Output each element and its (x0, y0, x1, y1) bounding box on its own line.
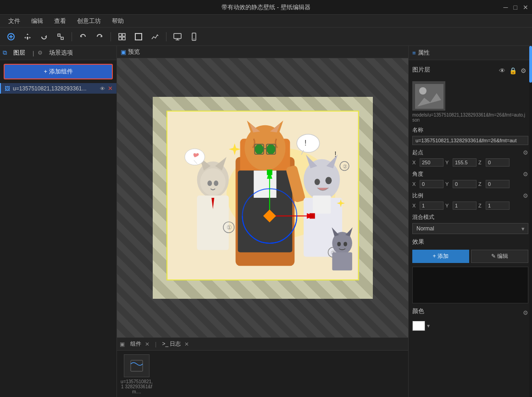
blend-label: 混合模式 (412, 213, 528, 221)
component-item[interactable]: u=1357510821,1 328293361&fm.... (121, 354, 153, 394)
tool-chart-icon[interactable] (148, 30, 162, 43)
menu-file[interactable]: 文件 (4, 16, 25, 27)
minimize-button[interactable]: ─ (504, 4, 508, 11)
add-effect-button[interactable]: + 添加 (412, 250, 469, 263)
left-panel-tabs: ⧉ 图层 | ⚙ 场景选项 (0, 46, 116, 60)
svg-rect-9 (122, 37, 125, 40)
tab-layers[interactable]: 图层 (10, 48, 29, 58)
blend-mode-select[interactable]: Normal (412, 223, 528, 234)
layer-visibility-icon[interactable]: 👁 (100, 86, 105, 91)
layer-item[interactable]: 🖼 u=1357510821,1328293361... 👁 ✕ (0, 83, 116, 94)
svg-point-59 (344, 242, 347, 246)
angle-x-input[interactable] (420, 180, 443, 188)
preview-tabs: ▣ 预览 (117, 46, 408, 58)
layer-name: u=1357510821,1328293361... (13, 85, 97, 92)
origin-y-input[interactable] (453, 158, 477, 167)
tab-components[interactable]: 组件 ✕ (127, 339, 153, 349)
close-button[interactable]: ✕ (523, 4, 528, 11)
color-swatch[interactable] (412, 321, 425, 331)
menu-help[interactable]: 帮助 (107, 16, 128, 27)
color-dropdown-icon[interactable]: ▾ (427, 323, 430, 329)
svg-rect-10 (135, 34, 142, 40)
color-header: 颜色 ⚙ (412, 307, 528, 318)
origin-settings-icon[interactable]: ⚙ (523, 149, 528, 156)
angle-section: 角度 ⚙ (412, 170, 528, 178)
svg-text:!: ! (334, 151, 336, 158)
scale-y-label: Y (445, 203, 451, 208)
origin-label: 起点 (412, 149, 523, 157)
menu-workshop[interactable]: 创意工坊 (72, 16, 105, 27)
scrollbar-thumb[interactable] (529, 46, 532, 83)
edit-effect-button[interactable]: ✎ 编辑 (471, 250, 529, 263)
separator-2 (111, 32, 111, 41)
app-title: 带有动效的静态壁纸 - 壁纸编辑器 (222, 3, 310, 11)
name-section: 名称 (412, 126, 528, 134)
svg-text:!: ! (305, 139, 306, 147)
tool-redo-icon[interactable] (92, 30, 107, 43)
svg-rect-8 (119, 37, 122, 40)
svg-point-46 (325, 177, 332, 184)
tab-preview[interactable]: 预览 (128, 48, 140, 56)
add-component-button[interactable]: + 添加组件 (4, 64, 113, 79)
svg-text:②: ② (343, 163, 348, 170)
layer-image-icon: 🖼 (5, 85, 10, 92)
origin-x-label: X (412, 160, 418, 165)
lock-icon[interactable]: 🔒 (507, 66, 519, 75)
name-input[interactable] (412, 136, 528, 145)
svg-rect-3 (58, 34, 60, 36)
tool-rotate-icon[interactable] (37, 30, 51, 43)
layer-close-icon[interactable]: ✕ (108, 85, 113, 92)
scale-z-input[interactable] (486, 201, 510, 210)
effect-area (412, 267, 528, 303)
component-thumbnail (124, 354, 150, 377)
tool-grid-icon[interactable] (115, 30, 129, 43)
tool-desktop-icon[interactable] (170, 30, 185, 43)
origin-x-input[interactable] (420, 158, 443, 167)
svg-rect-7 (122, 34, 125, 36)
scale-section: 比例 ⚙ (412, 192, 528, 200)
scale-settings-icon[interactable]: ⚙ (523, 192, 528, 199)
tab-log[interactable]: >_ 日志 ✕ (158, 339, 193, 349)
angle-z-label: Z (478, 181, 484, 187)
angle-y-input[interactable] (453, 180, 477, 188)
svg-rect-72 (131, 360, 143, 371)
scale-x-input[interactable] (420, 201, 443, 210)
svg-point-61 (297, 134, 319, 152)
image-layer-header: 图片层 👁 🔒 ⚙ (412, 64, 528, 78)
angle-z-input[interactable] (486, 180, 510, 188)
color-section: 颜色 ⚙ ▾ (412, 307, 528, 331)
image-layer[interactable]: ! ② ① (166, 111, 359, 280)
svg-rect-50 (312, 196, 331, 214)
left-panel: ⧉ 图层 | ⚙ 场景选项 + 添加组件 🖼 u=1357510821,1328… (0, 46, 117, 397)
svg-point-15 (194, 39, 194, 39)
origin-z-input[interactable] (486, 158, 510, 167)
separator-1 (72, 32, 72, 41)
angle-label: 角度 (412, 170, 523, 178)
tab-log-close[interactable]: ✕ (184, 341, 189, 347)
angle-y-label: Y (445, 181, 451, 187)
tool-move-icon[interactable] (20, 30, 35, 43)
tool-undo-icon[interactable] (76, 30, 90, 43)
menu-view[interactable]: 查看 (50, 16, 71, 27)
name-input-row (412, 136, 528, 145)
settings-icon[interactable]: ⚙ (519, 66, 528, 75)
bottom-content: u=1357510821,1 328293361&fm.... (117, 351, 408, 397)
tab-scene-options[interactable]: 场景选项 (45, 48, 77, 58)
angle-settings-icon[interactable]: ⚙ (523, 171, 528, 178)
tool-frame-icon[interactable] (131, 30, 146, 43)
bottom-tabs: ▣ 组件 ✕ | >_ 日志 ✕ (117, 338, 408, 351)
tool-mobile-icon[interactable] (187, 30, 201, 43)
tab-components-close[interactable]: ✕ (145, 341, 150, 347)
color-settings-icon[interactable]: ⚙ (523, 309, 528, 316)
tool-add-icon[interactable] (4, 30, 18, 43)
visibility-icon[interactable]: 👁 (497, 66, 507, 75)
tool-scale-icon[interactable] (53, 30, 68, 43)
svg-text:①: ① (226, 224, 232, 231)
menu-edit[interactable]: 编辑 (27, 16, 48, 27)
scale-y-input[interactable] (453, 201, 477, 210)
svg-rect-4 (61, 37, 63, 39)
origin-section: 起点 ⚙ (412, 149, 528, 157)
image-thumbnail (412, 81, 445, 111)
image-layer-title: 图片层 (412, 66, 497, 74)
maximize-button[interactable]: □ (514, 4, 517, 11)
